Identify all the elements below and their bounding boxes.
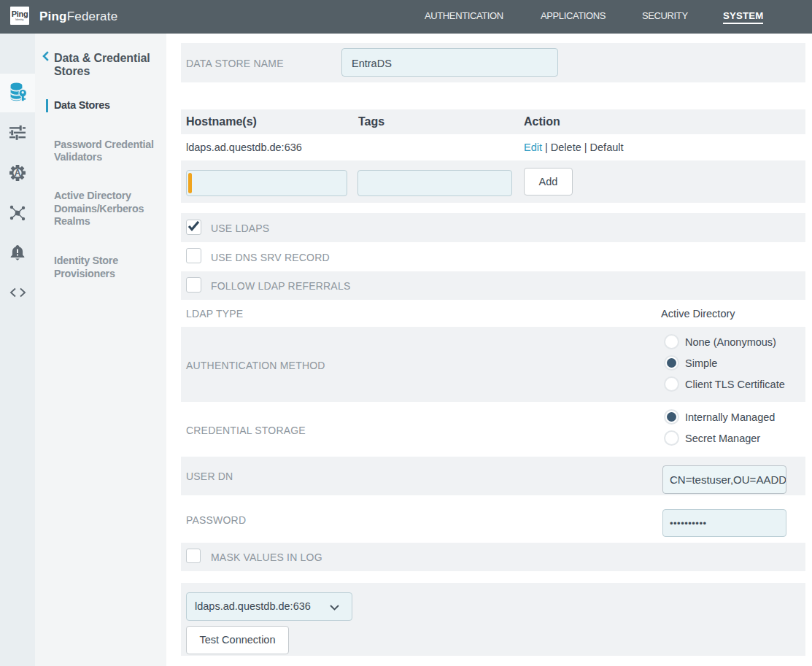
svg-text:A: A: [15, 168, 21, 178]
